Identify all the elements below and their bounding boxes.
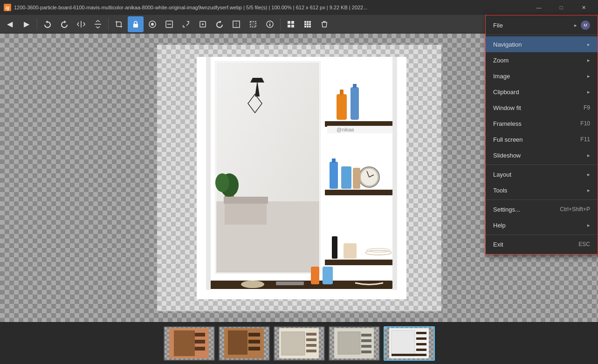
tools-menu-arrow: ▸ <box>587 187 590 193</box>
zoom-menu-arrow: ▸ <box>587 57 590 63</box>
resize-button[interactable] <box>178 16 194 32</box>
separator-after-file <box>486 34 598 35</box>
thumbnail-2[interactable] <box>219 326 270 361</box>
svg-rect-51 <box>353 84 357 88</box>
slideshow-menu-arrow: ▸ <box>587 152 590 158</box>
image-container: @nikaa <box>157 45 441 311</box>
svg-rect-88 <box>361 345 371 348</box>
separator-after-slideshow <box>486 165 598 165</box>
settings-menu-label: Settings... <box>493 206 556 213</box>
svg-point-11 <box>269 22 270 23</box>
svg-rect-19 <box>304 23 306 25</box>
minimize-button[interactable]: — <box>528 0 550 15</box>
flip-h-button[interactable] <box>73 16 89 32</box>
rotate2-button[interactable] <box>212 16 227 32</box>
svg-rect-96 <box>392 354 426 356</box>
svg-rect-81 <box>306 338 316 341</box>
svg-rect-52 <box>330 162 338 189</box>
zoom-menu-label: Zoom <box>493 57 585 64</box>
layout-menu-item[interactable]: Layout ▸ <box>486 166 598 182</box>
svg-rect-77 <box>248 347 260 350</box>
select-button[interactable] <box>245 16 261 32</box>
clipboard-menu-item[interactable]: Clipboard ▸ <box>486 84 598 100</box>
svg-rect-0 <box>133 24 138 27</box>
back-button[interactable]: ◀ <box>2 16 18 32</box>
svg-rect-6 <box>233 21 240 27</box>
separator-2 <box>108 18 109 30</box>
svg-rect-32 <box>325 190 395 195</box>
rotate-cw-button[interactable] <box>56 16 72 32</box>
furniture-image: @nikaa <box>157 45 441 311</box>
canvas-button[interactable] <box>228 16 244 32</box>
full-screen-menu-label: Full screen <box>493 136 577 143</box>
svg-rect-66 <box>311 267 319 284</box>
svg-rect-23 <box>307 26 309 27</box>
svg-rect-85 <box>338 332 360 354</box>
separator-1 <box>37 18 37 30</box>
slideshow-menu-item[interactable]: Slideshow ▸ <box>486 147 598 163</box>
zoom-fit-button[interactable] <box>195 16 211 32</box>
window-fit-shortcut: F9 <box>584 104 590 111</box>
flip-v-button[interactable] <box>90 16 106 32</box>
svg-marker-41 <box>250 78 264 82</box>
svg-point-64 <box>241 281 264 288</box>
filter-button[interactable] <box>144 16 160 32</box>
svg-rect-75 <box>248 333 260 337</box>
crop-button[interactable] <box>111 16 127 32</box>
svg-rect-24 <box>309 26 311 27</box>
thumbnail-1[interactable] <box>164 326 215 361</box>
svg-rect-48 <box>337 94 347 120</box>
navigation-menu-arrow: ▸ <box>587 41 590 48</box>
window-title: 1200-3600-particle-board-6100-mavis-mult… <box>14 5 528 10</box>
svg-rect-17 <box>307 21 309 23</box>
svg-rect-61 <box>344 243 357 259</box>
thumbnail-4[interactable] <box>329 326 380 361</box>
close-button[interactable]: ✕ <box>573 0 594 15</box>
rotate-ccw-button[interactable] <box>40 16 55 32</box>
maximize-button[interactable]: □ <box>550 0 572 15</box>
separator-after-tools <box>486 199 598 200</box>
window-fit-menu-item[interactable]: Window fit F9 <box>486 100 598 116</box>
clipboard-menu-arrow: ▸ <box>587 89 590 95</box>
svg-rect-80 <box>306 333 316 336</box>
frameless-menu-label: Frameless <box>493 120 577 127</box>
svg-rect-53 <box>332 158 336 163</box>
lock-button[interactable] <box>128 16 144 32</box>
svg-rect-12 <box>288 21 290 24</box>
file-menu-item[interactable]: File ▸ M <box>486 17 598 33</box>
svg-rect-91 <box>392 330 415 356</box>
forward-button[interactable]: ▶ <box>19 16 34 32</box>
info-button[interactable] <box>262 16 278 32</box>
svg-rect-54 <box>341 166 351 189</box>
tools-menu-label: Tools <box>493 187 585 194</box>
layout-menu-arrow: ▸ <box>587 172 590 178</box>
tools-menu-item[interactable]: Tools ▸ <box>486 182 598 198</box>
separator-3 <box>280 18 281 30</box>
delete-button[interactable] <box>316 16 332 32</box>
grid-view-button[interactable] <box>300 16 316 32</box>
svg-rect-72 <box>195 347 205 350</box>
full-screen-menu-item[interactable]: Full screen F11 <box>486 131 598 147</box>
help-menu-label: Help <box>493 222 585 229</box>
svg-rect-76 <box>248 340 260 343</box>
thumbnail-3[interactable] <box>274 326 325 361</box>
image-menu-item[interactable]: Image ▸ <box>486 68 598 84</box>
navigation-menu-item[interactable]: Navigation ▸ <box>486 36 598 52</box>
exit-menu-label: Exit <box>493 241 575 248</box>
svg-rect-34 <box>392 57 397 290</box>
svg-rect-86 <box>361 334 371 337</box>
adjust-button[interactable] <box>161 16 177 32</box>
thumbnail-view-button[interactable] <box>283 16 299 32</box>
thumbnail-5[interactable] <box>384 326 435 361</box>
svg-rect-22 <box>304 26 306 27</box>
svg-rect-87 <box>361 339 371 342</box>
settings-menu-item[interactable]: Settings... Ctrl+Shift+P <box>486 201 598 217</box>
zoom-menu-item[interactable]: Zoom ▸ <box>486 52 598 68</box>
exit-menu-item[interactable]: Exit ESC <box>486 236 598 252</box>
title-bar: ig 1200-3600-particle-board-6100-mavis-m… <box>0 0 598 15</box>
svg-rect-18 <box>309 21 311 23</box>
frameless-menu-item[interactable]: Frameless F10 <box>486 116 598 131</box>
help-menu-item[interactable]: Help ▸ <box>486 217 598 233</box>
svg-rect-82 <box>306 344 316 347</box>
thumbnail-strip <box>0 322 598 364</box>
